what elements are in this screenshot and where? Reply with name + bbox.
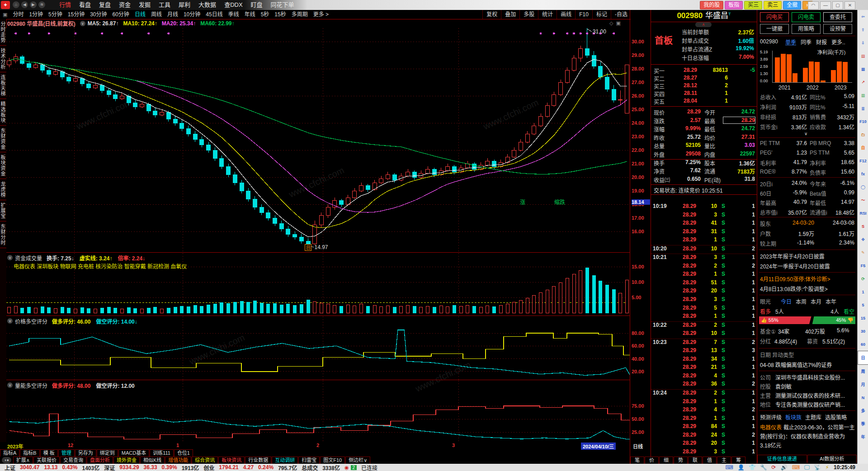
- menu-item-资金[interactable]: 资金: [115, 0, 135, 10]
- chart-tool-标记[interactable]: 标记: [592, 10, 611, 19]
- period-tab-30分钟[interactable]: 30分钟: [87, 10, 109, 19]
- strip-icon-60[interactable]: 60: [858, 338, 868, 351]
- bid-row[interactable]: 买四28.111: [651, 90, 757, 98]
- menu-item-行情[interactable]: 行情: [55, 0, 75, 10]
- bottom-tab-训练111[interactable]: 训练111: [150, 449, 174, 457]
- candlestick-chart[interactable]: 31.0014.97涨缩跌回: [6, 28, 630, 252]
- back-icon[interactable]: ◀: [21, 1, 28, 8]
- strip-icon-30[interactable]: 30: [858, 325, 868, 338]
- f10-button-设预警[interactable]: 设预警: [823, 24, 852, 34]
- chart-tool-复权[interactable]: 复权: [482, 10, 501, 19]
- event-line[interactable]: 4月8日13:08跌停:个股调整>: [760, 285, 828, 292]
- bottom-tab-模 板[interactable]: 模 板: [40, 449, 58, 457]
- strip-icon-日[interactable]: 日: [858, 351, 868, 365]
- titlebar-button-板指[interactable]: 板指: [725, 1, 743, 9]
- forward-icon[interactable]: ▶: [30, 1, 37, 8]
- minimize-icon[interactable]: —: [820, 1, 831, 9]
- function-tab-板块资讯[interactable]: 板块资讯: [218, 457, 245, 464]
- link-板块族[interactable]: 板块族: [785, 413, 802, 421]
- bottom-tab-指标B[interactable]: 指标B: [20, 449, 39, 457]
- volume-score-chart[interactable]: [6, 381, 630, 441]
- quote-tab-值[interactable]: 值: [703, 457, 717, 464]
- menu-item-盯盘[interactable]: 盯盘: [247, 0, 267, 10]
- strip-icon-fx[interactable]: fx: [858, 167, 868, 180]
- period-tab-45日线[interactable]: 45日线: [203, 10, 225, 19]
- eyes-option-今日[interactable]: 今日: [781, 297, 792, 305]
- strip-icon-F12[interactable]: F12: [858, 154, 868, 167]
- quote-tab-联[interactable]: 联: [688, 457, 702, 464]
- titlebar-button-买三[interactable]: 买三: [744, 1, 762, 9]
- eyes-option-本周[interactable]: 本周: [796, 297, 807, 305]
- chart-tool-画线[interactable]: 画线: [557, 10, 575, 19]
- statusbar-icon[interactable]: ⌨: [725, 464, 733, 471]
- sidebar-item-精选板块[interactable]: 精选板块: [0, 99, 6, 126]
- strip-icon-周[interactable]: 周: [858, 365, 868, 378]
- quote-tab-主[interactable]: 主: [717, 457, 731, 464]
- function-tab-相似K线[interactable]: 相似K线: [140, 457, 165, 464]
- strip-icon-S[interactable]: S: [858, 220, 868, 233]
- info-tab-证券信息速递[interactable]: 证券信息速递: [757, 455, 807, 463]
- statusbar-icon[interactable]: 👕: [749, 464, 756, 471]
- collapse-icon[interactable]: ∨: [7, 382, 13, 388]
- strip-icon-F10[interactable]: F10: [858, 115, 868, 128]
- strip-icon-≣[interactable]: ≣: [858, 102, 868, 115]
- collapse-icon[interactable]: ∨: [7, 255, 13, 260]
- strip-icon-▦[interactable]: ▦: [858, 62, 868, 75]
- strip-icon-季[interactable]: 季: [858, 417, 868, 430]
- menu-item-查DDX[interactable]: 查DDX: [220, 0, 246, 10]
- strip-icon-▥[interactable]: ▥: [858, 89, 868, 102]
- statusbar-icon[interactable]: 🖵: [804, 464, 810, 471]
- statusbar-icon[interactable]: ⟳: [772, 464, 776, 471]
- function-tab-侧边栏∨[interactable]: 侧边栏∨: [345, 457, 370, 464]
- f10-button-一键撤[interactable]: 一键撤: [760, 24, 789, 34]
- function-tab-扫雷宝[interactable]: 扫雷宝: [298, 457, 320, 464]
- strip-icon-年[interactable]: 年: [858, 430, 868, 443]
- price-score-chart[interactable]: [6, 316, 630, 380]
- industry-tag[interactable]: 电器仪表: [760, 424, 782, 431]
- report-tab-单季[interactable]: 单季: [785, 38, 796, 46]
- chart-zone[interactable]: www.cfchi.comwww.cfchi.comwww.cfchi.comw…: [6, 28, 630, 449]
- f10-button-闪电卖[interactable]: 闪电卖: [792, 12, 821, 22]
- menu-item-复盘[interactable]: 复盘: [95, 0, 115, 10]
- sidebar-item-分时走势[interactable]: 分时走势: [0, 19, 6, 46]
- menu-item-发掘[interactable]: 发掘: [135, 0, 155, 10]
- sidebar-item-东财分时[interactable]: 东财分时: [0, 221, 6, 248]
- statusbar-icon[interactable]: 🔊: [781, 464, 788, 471]
- function-tab-盘面分析[interactable]: 盘面分析: [87, 457, 113, 464]
- period-tab-更多 >[interactable]: 更多 >: [311, 10, 331, 19]
- report-tab-更多..[interactable]: 更多..: [831, 38, 845, 46]
- menu-item-犀利[interactable]: 犀利: [175, 0, 194, 10]
- quote-tab-细[interactable]: 细: [659, 457, 673, 464]
- report-tab-同季[interactable]: 同季: [801, 38, 811, 46]
- f10-button-用策略[interactable]: 用策略: [792, 24, 821, 34]
- period-tab-5分钟[interactable]: 5分钟: [46, 10, 65, 19]
- strip-icon-🗀[interactable]: 🗀: [858, 128, 868, 141]
- link-主题库[interactable]: 主题库: [805, 413, 821, 421]
- quote-tab-价[interactable]: 价: [645, 457, 659, 464]
- statusbar-icon[interactable]: 🔧: [760, 464, 767, 471]
- link-预测评级[interactable]: 预测评级: [760, 413, 782, 421]
- function-tab-境外资金[interactable]: 境外资金: [113, 457, 140, 464]
- period-tab-日线[interactable]: 日线: [132, 10, 148, 19]
- event-line[interactable]: 4月11日09:50涨停:体外诊断>: [760, 275, 830, 283]
- bottom-tab-另存为[interactable]: 另存为: [75, 449, 96, 457]
- chart-tool-F10[interactable]: F10: [575, 10, 592, 19]
- bottom-tab-指标A[interactable]: 指标A: [0, 449, 19, 457]
- function-tab-行业数据[interactable]: 行业数据: [245, 457, 271, 464]
- strip-icon-▤[interactable]: ▤: [858, 49, 868, 62]
- strip-icon-⇩[interactable]: ⇩: [858, 36, 868, 49]
- period-tab-年线[interactable]: 年线: [242, 10, 258, 19]
- strip-icon-F5[interactable]: F5: [858, 259, 868, 272]
- sidebar-item-连板天梯[interactable]: 连板天梯: [0, 72, 6, 99]
- collapse-dot[interactable]: ∨: [80, 21, 85, 26]
- menu-item-同花下单[interactable]: 同花下单: [267, 0, 298, 10]
- strip-icon-✎[interactable]: ✎: [858, 246, 868, 259]
- period-tab-1分钟[interactable]: 1分钟: [26, 10, 46, 19]
- period-tab-多周期[interactable]: 多周期: [289, 10, 311, 19]
- function-tab-互动调研[interactable]: 互动调研: [272, 457, 298, 464]
- eyes-option-本月[interactable]: 本月: [811, 297, 821, 305]
- statusbar-icon[interactable]: ⚡: [826, 464, 829, 471]
- sidebar-item-龙虎榜[interactable]: 龙虎榜: [0, 179, 6, 200]
- sidebar-item-板块资金[interactable]: 板块资金: [0, 152, 6, 179]
- quote-tab-势[interactable]: 势: [674, 457, 688, 464]
